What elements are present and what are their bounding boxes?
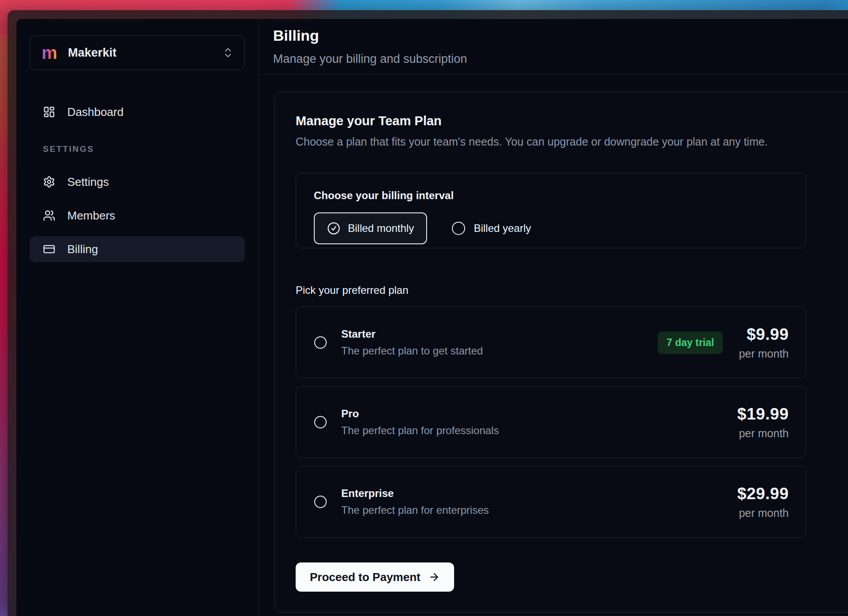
sidebar-nav: Dashboard SETTINGS Settings [30,99,245,262]
plan-price: $9.99 [739,325,789,344]
plan-row-starter[interactable]: Starter The perfect plan to get started … [296,307,806,378]
credit-card-icon [43,243,55,255]
plan-list: Starter The perfect plan to get started … [296,307,806,538]
sidebar-item-label: Members [67,209,115,223]
plan-name: Starter [341,328,658,340]
radio-icon[interactable] [314,496,327,508]
proceed-button-label: Proceed to Payment [310,570,420,584]
team-plan-card: Manage your Team Plan Choose a plan that… [274,92,848,612]
sidebar-item-label: Settings [67,175,109,189]
billing-interval-label: Choose your billing interval [314,189,788,202]
sidebar-item-dashboard[interactable]: Dashboard [30,99,245,125]
sidebar-item-billing[interactable]: Billing [30,236,245,262]
billed-yearly-label: Billed yearly [474,222,531,235]
card-description: Choose a plan that fits your team's need… [296,135,848,148]
plan-name: Pro [341,408,737,420]
plan-description: The perfect plan to get started [341,345,658,357]
page-header: Billing Manage your billing and subscrip… [258,19,848,75]
gear-icon [43,176,55,188]
sidebar-item-members[interactable]: Members [30,203,245,228]
sidebar-section-settings: SETTINGS [43,144,245,154]
plan-period: per month [737,507,789,520]
radio-icon [452,222,465,235]
page-title: Billing [273,26,848,45]
sidebar-item-label: Dashboard [67,105,123,119]
plan-description: The perfect plan for professionals [341,424,737,437]
billed-monthly-label: Billed monthly [348,222,414,235]
plan-period: per month [737,427,789,440]
radio-icon[interactable] [314,416,327,428]
dashboard-icon [43,106,55,118]
sidebar-item-label: Billing [67,243,98,256]
team-name: Makerkit [68,46,223,60]
plan-price: $29.99 [737,485,789,503]
sidebar: m Makerkit Dashboard [16,19,258,616]
billed-yearly-option[interactable]: Billed yearly [452,222,531,235]
proceed-to-payment-button[interactable]: Proceed to Payment [296,562,454,592]
billed-monthly-option[interactable]: Billed monthly [314,212,427,244]
page-subtitle: Manage your billing and subscription [273,52,848,66]
trial-badge: 7 day trial [658,331,723,354]
sidebar-item-settings[interactable]: Settings [30,169,245,195]
users-icon [43,209,55,222]
plans-label: Pick your preferred plan [296,284,848,297]
team-selector[interactable]: m Makerkit [30,35,245,70]
chevrons-up-down-icon [223,46,233,59]
app-window: m Makerkit Dashboard [16,19,848,616]
radio-icon[interactable] [314,336,327,349]
plan-period: per month [739,347,789,360]
main-content: Billing Manage your billing and subscrip… [258,19,848,616]
app-window-frame: m Makerkit Dashboard [8,10,848,616]
card-title: Manage your Team Plan [296,113,848,129]
plan-description: The perfect plan for enterprises [341,504,737,516]
arrow-right-icon [428,571,440,583]
plan-name: Enterprise [341,487,737,500]
check-circle-icon [327,222,340,235]
plan-price: $19.99 [737,405,789,424]
plan-row-enterprise[interactable]: Enterprise The perfect plan for enterpri… [296,466,806,538]
makerkit-logo-icon: m [42,44,58,62]
billing-interval-group: Choose your billing interval Billed mont… [296,173,806,248]
plan-row-pro[interactable]: Pro The perfect plan for professionals $… [296,386,806,458]
